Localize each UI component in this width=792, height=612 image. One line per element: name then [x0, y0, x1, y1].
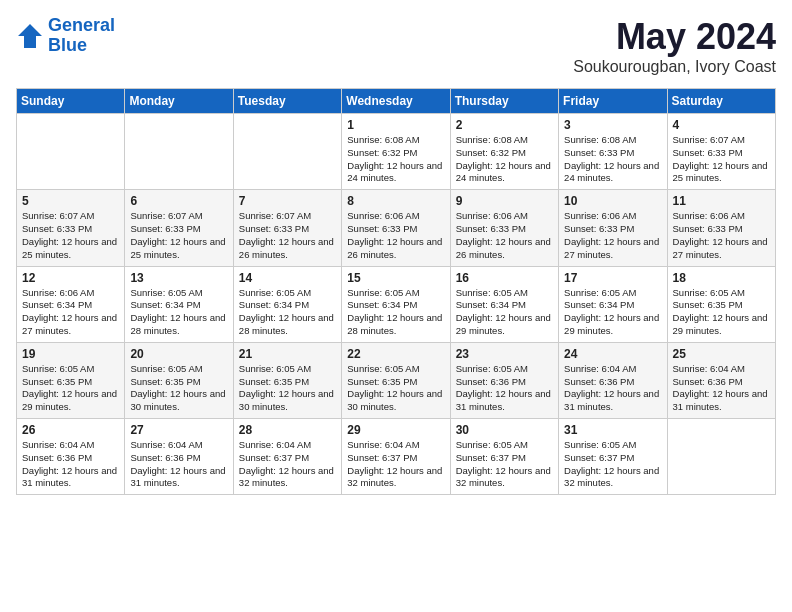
- day-number: 10: [564, 194, 661, 208]
- day-info: Sunrise: 6:04 AM Sunset: 6:37 PM Dayligh…: [347, 439, 444, 490]
- location-title: Soukourougban, Ivory Coast: [573, 58, 776, 76]
- day-number: 21: [239, 347, 336, 361]
- day-number: 31: [564, 423, 661, 437]
- calendar-cell: 23Sunrise: 6:05 AM Sunset: 6:36 PM Dayli…: [450, 342, 558, 418]
- day-info: Sunrise: 6:04 AM Sunset: 6:36 PM Dayligh…: [130, 439, 227, 490]
- day-number: 14: [239, 271, 336, 285]
- day-info: Sunrise: 6:07 AM Sunset: 6:33 PM Dayligh…: [239, 210, 336, 261]
- day-info: Sunrise: 6:08 AM Sunset: 6:32 PM Dayligh…: [347, 134, 444, 185]
- logo-text: General Blue: [48, 16, 115, 56]
- day-number: 15: [347, 271, 444, 285]
- day-number: 26: [22, 423, 119, 437]
- calendar-cell: 11Sunrise: 6:06 AM Sunset: 6:33 PM Dayli…: [667, 190, 775, 266]
- svg-marker-0: [18, 24, 42, 48]
- day-info: Sunrise: 6:05 AM Sunset: 6:35 PM Dayligh…: [673, 287, 770, 338]
- calendar-cell: 2Sunrise: 6:08 AM Sunset: 6:32 PM Daylig…: [450, 114, 558, 190]
- calendar-cell: 9Sunrise: 6:06 AM Sunset: 6:33 PM Daylig…: [450, 190, 558, 266]
- day-info: Sunrise: 6:05 AM Sunset: 6:35 PM Dayligh…: [22, 363, 119, 414]
- day-number: 13: [130, 271, 227, 285]
- calendar-cell: 29Sunrise: 6:04 AM Sunset: 6:37 PM Dayli…: [342, 419, 450, 495]
- day-info: Sunrise: 6:04 AM Sunset: 6:36 PM Dayligh…: [673, 363, 770, 414]
- day-header-thursday: Thursday: [450, 89, 558, 114]
- day-info: Sunrise: 6:05 AM Sunset: 6:37 PM Dayligh…: [456, 439, 553, 490]
- calendar-cell: [125, 114, 233, 190]
- day-info: Sunrise: 6:05 AM Sunset: 6:34 PM Dayligh…: [347, 287, 444, 338]
- day-number: 9: [456, 194, 553, 208]
- calendar-cell: 30Sunrise: 6:05 AM Sunset: 6:37 PM Dayli…: [450, 419, 558, 495]
- day-number: 22: [347, 347, 444, 361]
- week-row-3: 12Sunrise: 6:06 AM Sunset: 6:34 PM Dayli…: [17, 266, 776, 342]
- calendar-cell: 5Sunrise: 6:07 AM Sunset: 6:33 PM Daylig…: [17, 190, 125, 266]
- calendar-cell: 1Sunrise: 6:08 AM Sunset: 6:32 PM Daylig…: [342, 114, 450, 190]
- day-info: Sunrise: 6:05 AM Sunset: 6:34 PM Dayligh…: [130, 287, 227, 338]
- calendar-cell: 6Sunrise: 6:07 AM Sunset: 6:33 PM Daylig…: [125, 190, 233, 266]
- day-info: Sunrise: 6:05 AM Sunset: 6:35 PM Dayligh…: [130, 363, 227, 414]
- day-info: Sunrise: 6:05 AM Sunset: 6:35 PM Dayligh…: [239, 363, 336, 414]
- day-number: 24: [564, 347, 661, 361]
- day-number: 27: [130, 423, 227, 437]
- day-number: 12: [22, 271, 119, 285]
- day-number: 23: [456, 347, 553, 361]
- calendar-cell: 25Sunrise: 6:04 AM Sunset: 6:36 PM Dayli…: [667, 342, 775, 418]
- day-number: 3: [564, 118, 661, 132]
- calendar-cell: 10Sunrise: 6:06 AM Sunset: 6:33 PM Dayli…: [559, 190, 667, 266]
- day-info: Sunrise: 6:04 AM Sunset: 6:37 PM Dayligh…: [239, 439, 336, 490]
- day-number: 16: [456, 271, 553, 285]
- day-number: 19: [22, 347, 119, 361]
- day-info: Sunrise: 6:04 AM Sunset: 6:36 PM Dayligh…: [564, 363, 661, 414]
- calendar-cell: 15Sunrise: 6:05 AM Sunset: 6:34 PM Dayli…: [342, 266, 450, 342]
- day-info: Sunrise: 6:04 AM Sunset: 6:36 PM Dayligh…: [22, 439, 119, 490]
- week-row-5: 26Sunrise: 6:04 AM Sunset: 6:36 PM Dayli…: [17, 419, 776, 495]
- calendar-cell: [233, 114, 341, 190]
- day-info: Sunrise: 6:06 AM Sunset: 6:34 PM Dayligh…: [22, 287, 119, 338]
- calendar-cell: 19Sunrise: 6:05 AM Sunset: 6:35 PM Dayli…: [17, 342, 125, 418]
- day-number: 2: [456, 118, 553, 132]
- day-number: 20: [130, 347, 227, 361]
- logo: General Blue: [16, 16, 115, 56]
- calendar-cell: 17Sunrise: 6:05 AM Sunset: 6:34 PM Dayli…: [559, 266, 667, 342]
- month-title: May 2024: [573, 16, 776, 58]
- day-number: 1: [347, 118, 444, 132]
- day-number: 8: [347, 194, 444, 208]
- day-number: 29: [347, 423, 444, 437]
- calendar-cell: 31Sunrise: 6:05 AM Sunset: 6:37 PM Dayli…: [559, 419, 667, 495]
- day-header-sunday: Sunday: [17, 89, 125, 114]
- week-row-2: 5Sunrise: 6:07 AM Sunset: 6:33 PM Daylig…: [17, 190, 776, 266]
- day-header-wednesday: Wednesday: [342, 89, 450, 114]
- calendar-cell: 27Sunrise: 6:04 AM Sunset: 6:36 PM Dayli…: [125, 419, 233, 495]
- day-info: Sunrise: 6:07 AM Sunset: 6:33 PM Dayligh…: [673, 134, 770, 185]
- day-info: Sunrise: 6:05 AM Sunset: 6:34 PM Dayligh…: [564, 287, 661, 338]
- day-info: Sunrise: 6:07 AM Sunset: 6:33 PM Dayligh…: [130, 210, 227, 261]
- calendar-header-row: SundayMondayTuesdayWednesdayThursdayFrid…: [17, 89, 776, 114]
- calendar-cell: 21Sunrise: 6:05 AM Sunset: 6:35 PM Dayli…: [233, 342, 341, 418]
- week-row-1: 1Sunrise: 6:08 AM Sunset: 6:32 PM Daylig…: [17, 114, 776, 190]
- calendar-cell: 13Sunrise: 6:05 AM Sunset: 6:34 PM Dayli…: [125, 266, 233, 342]
- calendar-cell: 14Sunrise: 6:05 AM Sunset: 6:34 PM Dayli…: [233, 266, 341, 342]
- calendar-cell: 22Sunrise: 6:05 AM Sunset: 6:35 PM Dayli…: [342, 342, 450, 418]
- calendar-cell: 16Sunrise: 6:05 AM Sunset: 6:34 PM Dayli…: [450, 266, 558, 342]
- calendar-cell: 7Sunrise: 6:07 AM Sunset: 6:33 PM Daylig…: [233, 190, 341, 266]
- day-info: Sunrise: 6:07 AM Sunset: 6:33 PM Dayligh…: [22, 210, 119, 261]
- day-number: 4: [673, 118, 770, 132]
- calendar-cell: 3Sunrise: 6:08 AM Sunset: 6:33 PM Daylig…: [559, 114, 667, 190]
- day-info: Sunrise: 6:05 AM Sunset: 6:34 PM Dayligh…: [456, 287, 553, 338]
- day-header-monday: Monday: [125, 89, 233, 114]
- day-info: Sunrise: 6:06 AM Sunset: 6:33 PM Dayligh…: [673, 210, 770, 261]
- calendar-cell: 26Sunrise: 6:04 AM Sunset: 6:36 PM Dayli…: [17, 419, 125, 495]
- calendar-cell: 28Sunrise: 6:04 AM Sunset: 6:37 PM Dayli…: [233, 419, 341, 495]
- calendar-cell: [667, 419, 775, 495]
- day-number: 17: [564, 271, 661, 285]
- day-info: Sunrise: 6:06 AM Sunset: 6:33 PM Dayligh…: [456, 210, 553, 261]
- calendar-cell: 4Sunrise: 6:07 AM Sunset: 6:33 PM Daylig…: [667, 114, 775, 190]
- day-number: 28: [239, 423, 336, 437]
- calendar-cell: 24Sunrise: 6:04 AM Sunset: 6:36 PM Dayli…: [559, 342, 667, 418]
- day-number: 30: [456, 423, 553, 437]
- page-header: General Blue May 2024 Soukourougban, Ivo…: [16, 16, 776, 76]
- day-header-friday: Friday: [559, 89, 667, 114]
- day-header-tuesday: Tuesday: [233, 89, 341, 114]
- day-info: Sunrise: 6:05 AM Sunset: 6:35 PM Dayligh…: [347, 363, 444, 414]
- day-info: Sunrise: 6:08 AM Sunset: 6:32 PM Dayligh…: [456, 134, 553, 185]
- calendar-cell: 12Sunrise: 6:06 AM Sunset: 6:34 PM Dayli…: [17, 266, 125, 342]
- calendar-cell: 8Sunrise: 6:06 AM Sunset: 6:33 PM Daylig…: [342, 190, 450, 266]
- week-row-4: 19Sunrise: 6:05 AM Sunset: 6:35 PM Dayli…: [17, 342, 776, 418]
